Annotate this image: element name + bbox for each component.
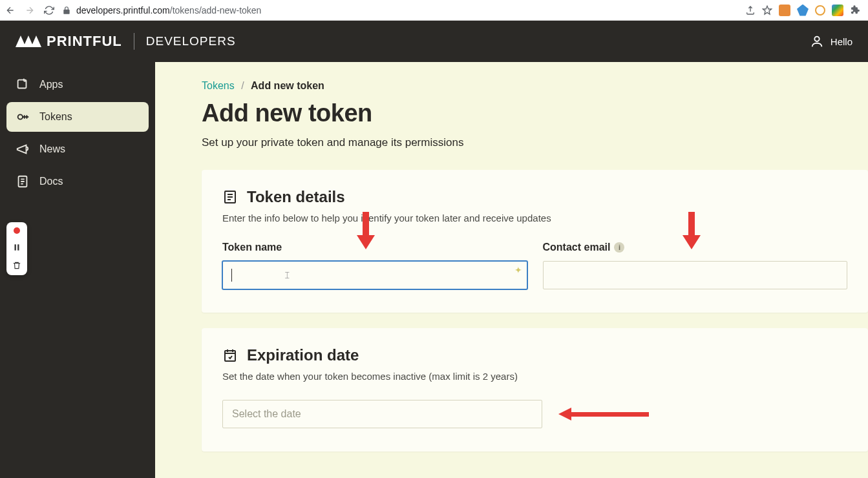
sidebar-item-label: Apps	[39, 79, 63, 90]
card-title: Token details	[247, 188, 345, 206]
contact-email-input[interactable]	[543, 261, 848, 289]
greeting-text: Hello	[831, 36, 852, 47]
lock-icon	[62, 6, 71, 15]
svg-rect-4	[15, 244, 16, 250]
share-icon[interactable]	[745, 5, 756, 16]
browser-actions	[745, 5, 863, 16]
annotation-arrow-left-icon	[558, 408, 649, 421]
floating-recorder[interactable]	[6, 222, 27, 275]
user-icon	[810, 34, 824, 48]
contact-email-group: Contact email i	[543, 242, 848, 289]
breadcrumb: Tokens / Add new token	[202, 80, 868, 92]
token-name-input[interactable]	[222, 261, 527, 289]
sidebar-item-apps[interactable]: Apps	[6, 70, 149, 99]
extension-icon-1[interactable]	[779, 5, 790, 16]
brand-section: DEVELOPERS	[146, 34, 236, 48]
card-subtitle: Enter the info below to help you identif…	[222, 213, 847, 223]
url-display[interactable]: developers.printful.com/tokens/add-new-t…	[62, 5, 737, 16]
logo-icon	[16, 36, 41, 47]
card-subtitle: Set the date when your token becomes ina…	[222, 371, 847, 382]
user-menu[interactable]: Hello	[810, 34, 852, 48]
back-icon[interactable]	[5, 5, 16, 16]
breadcrumb-separator: /	[241, 80, 244, 91]
details-icon	[222, 189, 238, 205]
text-caret	[231, 269, 232, 282]
logo-divider	[134, 33, 134, 50]
svg-rect-5	[17, 244, 19, 250]
expiration-card: Expiration date Set the date when your t…	[202, 328, 868, 452]
sidebar-item-news[interactable]: News	[6, 134, 149, 164]
extensions-icon[interactable]	[850, 5, 860, 16]
info-icon[interactable]: i	[614, 242, 624, 253]
svg-rect-7	[225, 351, 235, 361]
key-icon	[16, 110, 30, 124]
app-header: PRINTFUL DEVELOPERS Hello	[0, 21, 868, 62]
breadcrumb-parent[interactable]: Tokens	[202, 80, 235, 91]
sidebar-item-label: News	[39, 143, 65, 155]
record-icon[interactable]	[14, 227, 20, 234]
extension-icon-4[interactable]	[832, 5, 843, 16]
extension-icon-2[interactable]	[797, 5, 809, 16]
expiration-date-input[interactable]: Select the date	[222, 400, 542, 428]
token-details-card: Token details Enter the info below to he…	[202, 170, 868, 313]
required-star-icon: ✦	[514, 265, 522, 275]
page-subtitle: Set up your private token and manage its…	[202, 136, 868, 149]
sidebar-item-tokens[interactable]: Tokens	[6, 102, 149, 132]
trash-icon[interactable]	[12, 261, 21, 270]
browser-address-bar: developers.printful.com/tokens/add-new-t…	[0, 0, 868, 21]
breadcrumb-current: Add new token	[251, 80, 324, 91]
sidebar: Apps Tokens News Docs	[0, 62, 155, 478]
browser-nav-group	[5, 5, 54, 16]
megaphone-icon	[16, 142, 30, 156]
logo-area[interactable]: PRINTFUL DEVELOPERS	[16, 33, 236, 50]
calendar-icon	[222, 348, 238, 363]
sidebar-item-docs[interactable]: Docs	[6, 167, 149, 196]
url-text: developers.printful.com/tokens/add-new-t…	[76, 5, 261, 16]
doc-icon	[16, 174, 30, 189]
card-title: Expiration date	[247, 346, 359, 364]
date-placeholder: Select the date	[232, 408, 301, 420]
token-name-group: Token name 𝙸 ✦	[222, 242, 527, 289]
forward-icon[interactable]	[25, 5, 35, 16]
main-content: Tokens / Add new token Add new token Set…	[155, 62, 868, 478]
svg-point-0	[814, 37, 819, 41]
pause-icon[interactable]	[12, 243, 21, 252]
sidebar-item-label: Tokens	[39, 111, 72, 123]
svg-point-2	[18, 114, 23, 119]
sidebar-item-label: Docs	[39, 176, 63, 187]
apps-icon	[16, 78, 30, 92]
page-title: Add new token	[202, 99, 868, 127]
reload-icon[interactable]	[44, 5, 54, 16]
extension-icon-3[interactable]	[815, 5, 825, 16]
brand-name: PRINTFUL	[47, 33, 122, 50]
star-icon[interactable]	[762, 5, 772, 16]
